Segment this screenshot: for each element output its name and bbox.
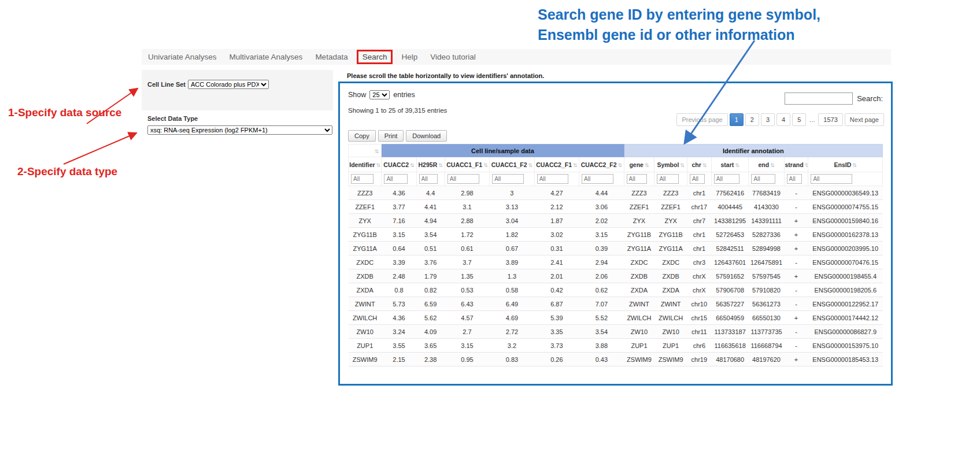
filter-input-symbol[interactable] xyxy=(657,174,679,184)
cell: ZUP1 xyxy=(624,339,654,353)
nav-item-video-tutorial[interactable]: Video tutorial xyxy=(424,53,482,61)
nav-item-search[interactable]: Search xyxy=(357,50,393,64)
filter-input-h295r[interactable] xyxy=(419,174,438,184)
cell: 66504959 xyxy=(711,311,749,325)
filter-input-cuacc2-f1[interactable] xyxy=(537,174,569,184)
page-button-4[interactable]: 4 xyxy=(776,113,790,126)
cell: - xyxy=(784,283,808,297)
cell: ENSG00000070476.15 xyxy=(808,256,883,269)
table-row-zzef1[interactable]: ZZEF13.774.413.13.132.123.06ZZEF1ZZEF1ch… xyxy=(349,200,883,214)
page-button-1573[interactable]: 1573 xyxy=(818,113,842,126)
nav-item-help[interactable]: Help xyxy=(395,53,424,61)
column-header-identifier[interactable]: Identifier⇅ xyxy=(349,157,382,172)
cell: ZUP1 xyxy=(349,339,382,353)
filter-input-end[interactable] xyxy=(751,174,775,184)
data-type-select[interactable]: xsq: RNA-seq Expression (log2 FPKM+1) xyxy=(147,125,332,135)
table-row-zw10[interactable]: ZW103.244.092.72.723.353.54ZW10ZW10chr11… xyxy=(349,325,883,339)
column-header-cuacc2-f2[interactable]: CUACC2_F2⇅ xyxy=(579,157,624,172)
next-page-button[interactable]: Next page xyxy=(845,113,884,126)
column-header-cuacc2-f1[interactable]: CUACC2_F1⇅ xyxy=(534,157,579,172)
cell: chrX xyxy=(687,269,711,283)
column-header-strand[interactable]: strand⇅ xyxy=(784,157,808,172)
nav-item-metadata[interactable]: Metadata xyxy=(309,53,354,61)
column-header-h295r[interactable]: H295R⇅ xyxy=(416,157,445,172)
table-row-zxdc[interactable]: ZXDC3.393.763.73.892.412.94ZXDCZXDCchr31… xyxy=(349,256,883,269)
table-row-zswim9[interactable]: ZSWIM92.152.380.950.830.260.43ZSWIM9ZSWI… xyxy=(349,353,883,367)
search-input[interactable] xyxy=(785,92,853,105)
sort-icon: ⇅ xyxy=(702,162,707,168)
print-button[interactable]: Print xyxy=(378,130,404,142)
cell: 0.26 xyxy=(534,353,579,367)
sort-icon: ⇅ xyxy=(735,162,739,168)
cell: ZWILCH xyxy=(654,311,687,325)
previous-page-button[interactable]: Previous page xyxy=(676,113,727,126)
column-header-chr[interactable]: chr⇅ xyxy=(687,157,711,172)
table-row-zwint[interactable]: ZWINT5.736.596.436.496.877.07ZWINTZWINTc… xyxy=(349,297,883,311)
filter-input-ensid[interactable] xyxy=(811,174,852,184)
table-row-zxdb[interactable]: ZXDB2.481.791.351.32.012.06ZXDBZXDBchrX5… xyxy=(349,269,883,283)
filter-input-cuacc2-f2[interactable] xyxy=(582,174,613,184)
cell: ZSWIM9 xyxy=(654,353,687,367)
cell: ZXDA xyxy=(349,283,382,297)
page-button-5[interactable]: 5 xyxy=(792,113,806,126)
filter-input-cuacc1-f2[interactable] xyxy=(492,174,524,184)
filter-input-cuacc2[interactable] xyxy=(384,174,408,184)
table-row-zyg11b[interactable]: ZYG11B3.153.541.721.823.023.15ZYG11BZYG1… xyxy=(349,228,883,242)
column-header-cuacc1-f1[interactable]: CUACC1_F1⇅ xyxy=(445,157,489,172)
table-row-zup1[interactable]: ZUP13.553.653.153.23.733.88ZUP1ZUP1chr61… xyxy=(349,339,883,353)
table-row-zyg11a[interactable]: ZYG11A0.640.510.610.670.310.39ZYG11AZYG1… xyxy=(349,242,883,256)
cell-line-set-panel: Cell Line SetACC Colorado plus PDX xyxy=(142,70,333,110)
column-header-symbol[interactable]: Symbol⇅ xyxy=(654,157,687,172)
cell: 3.89 xyxy=(490,256,534,269)
cell: 3.88 xyxy=(579,339,624,353)
column-header-end[interactable]: end⇅ xyxy=(749,157,784,172)
cell: 4.36 xyxy=(382,186,416,200)
show-entries-control: Show 25 entries xyxy=(348,90,415,99)
cell: 113773735 xyxy=(749,325,784,339)
cell: 4.09 xyxy=(416,325,445,339)
nav-item-univariate-analyses[interactable]: Univariate Analyses xyxy=(142,53,223,61)
table-row-zwilch[interactable]: ZWILCH4.365.624.574.695.395.52ZWILCHZWIL… xyxy=(349,311,883,325)
cell: 0.64 xyxy=(382,242,416,256)
corner-sort-header[interactable]: ⇅ xyxy=(349,145,382,157)
column-header-start[interactable]: start⇅ xyxy=(711,157,749,172)
filter-input-identifier[interactable] xyxy=(351,174,373,184)
filter-input-cuacc1-f1[interactable] xyxy=(448,174,479,184)
cell: ZWINT xyxy=(349,297,382,311)
cell-line-set-label: Cell Line Set xyxy=(147,81,186,88)
cell: 1.79 xyxy=(416,269,445,283)
filter-input-start[interactable] xyxy=(714,174,740,184)
cell: 2.02 xyxy=(579,214,624,228)
cell: + xyxy=(784,353,808,367)
cell: ZYX xyxy=(624,214,654,228)
sort-icon: ⇅ xyxy=(805,162,808,168)
table-row-zzz3[interactable]: ZZZ34.364.42.9834.274.44ZZZ3ZZZ3chr17756… xyxy=(349,186,883,200)
column-label: Identifier xyxy=(349,161,375,168)
table-row-zyx[interactable]: ZYX7.164.942.883.041.872.02ZYXZYXchr7143… xyxy=(349,214,883,228)
cell: ZUP1 xyxy=(654,339,687,353)
filter-cell xyxy=(711,172,749,186)
sort-icon: ⇅ xyxy=(617,162,622,168)
nav-item-multivariate-analyses[interactable]: Multivariate Analyses xyxy=(223,53,309,61)
column-header-cuacc2[interactable]: CUACC2⇅ xyxy=(382,157,416,172)
filter-input-gene[interactable] xyxy=(627,174,647,184)
page-button-1[interactable]: 1 xyxy=(730,113,744,126)
cell: + xyxy=(784,311,808,325)
cell: 0.51 xyxy=(416,242,445,256)
cell-line-set-select[interactable]: ACC Colorado plus PDX xyxy=(188,80,269,89)
filter-input-chr[interactable] xyxy=(690,174,705,184)
page-button-2[interactable]: 2 xyxy=(745,113,759,126)
cell: 6.59 xyxy=(416,297,445,311)
download-button[interactable]: Download xyxy=(406,130,447,142)
entries-per-page-select[interactable]: 25 xyxy=(369,90,390,99)
export-buttons: CopyPrintDownload xyxy=(348,130,447,142)
column-header-cuacc1-f2[interactable]: CUACC1_F2⇅ xyxy=(490,157,534,172)
page-button-3[interactable]: 3 xyxy=(761,113,775,126)
cell: 56361273 xyxy=(749,297,784,311)
copy-button[interactable]: Copy xyxy=(348,130,376,142)
filter-cell xyxy=(416,172,445,186)
filter-input-strand[interactable] xyxy=(787,174,802,184)
column-header-ensid[interactable]: EnsID⇅ xyxy=(808,157,883,172)
column-header-gene[interactable]: gene⇅ xyxy=(624,157,654,172)
table-row-zxda[interactable]: ZXDA0.80.820.530.580.420.62ZXDAZXDAchrX5… xyxy=(349,283,883,297)
